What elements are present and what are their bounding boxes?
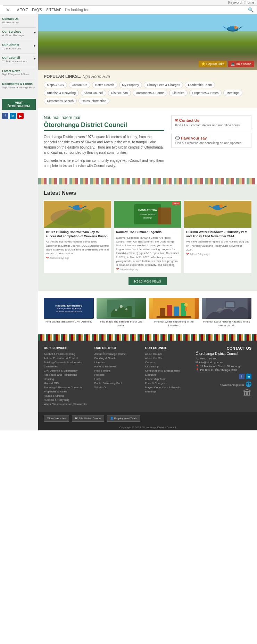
- site-visitor-button[interactable]: 🏛 Site Visitor Centre: [72, 415, 104, 422]
- link-libraries[interactable]: Libraries: [169, 90, 188, 96]
- search-bar: ✕ A TO Z FAQ'S SITEMAP 🔍: [3, 5, 257, 14]
- welcome-subtitle: Nau mai, haere mai: [44, 115, 164, 120]
- footer-link-pool[interactable]: Public Swimming Pool: [94, 382, 141, 385]
- link-properties-rates[interactable]: Properties & Rates: [189, 90, 222, 96]
- footer-link-fees[interactable]: Fees & Charges: [145, 382, 192, 385]
- contact-us-card-text: Find all our contact details and our off…: [175, 124, 248, 127]
- news-card-2-date: 📅 Added 7 days ago: [186, 253, 249, 256]
- link-cemeteries[interactable]: Cemeteries Search: [44, 98, 77, 104]
- footer-link-animal[interactable]: Animal Education & Control: [44, 357, 90, 360]
- footer-link-roads[interactable]: Roads & Streets: [44, 394, 90, 397]
- footer-link-rubbish[interactable]: Rubbish & Recycling: [44, 398, 90, 401]
- nzgovt-link[interactable]: newzealand.govt.nz 🌐: [196, 381, 251, 387]
- have-say-card[interactable]: 💬 Have your say Find out what we are con…: [171, 133, 251, 148]
- footer-link-toilets[interactable]: Public Toilets: [94, 369, 141, 372]
- footer-link-consultation[interactable]: Consultation & Engagement: [145, 369, 192, 372]
- footer-link-parks[interactable]: Parks & Reserves: [94, 365, 141, 368]
- link-district-plan[interactable]: District Plan: [108, 90, 131, 96]
- footer-link-building[interactable]: Building Consents & Information: [44, 361, 90, 364]
- footer-linkedin-icon[interactable]: in: [246, 374, 251, 379]
- link-rates-info[interactable]: Rates Information: [78, 98, 109, 104]
- link-meetings[interactable]: Meetings: [223, 90, 242, 96]
- youtube-icon[interactable]: ▶: [17, 113, 24, 119]
- search-button[interactable]: 🔍: [248, 7, 254, 13]
- link-contact-us[interactable]: Contact Us: [69, 82, 91, 88]
- sitemap-link[interactable]: SITEMAP: [46, 8, 61, 12]
- footer-link-housing[interactable]: Housing: [44, 377, 90, 381]
- do-it-online-button[interactable]: 💻 Do it online: [228, 61, 254, 67]
- footer-link-about-council[interactable]: About Council: [145, 352, 192, 356]
- footer-link-elections[interactable]: Elections: [145, 373, 192, 376]
- other-websites-button[interactable]: Other Websites: [44, 415, 69, 422]
- search-input[interactable]: [65, 8, 248, 12]
- news-card-1-title: Raumati Toa Summer Legends: [116, 230, 179, 234]
- footer-email[interactable]: ✉ info@otodc.govt.nz: [196, 361, 251, 364]
- news-section-title: Latest News: [44, 190, 251, 196]
- link-about-council[interactable]: About Council: [81, 90, 106, 96]
- footer-link-careers[interactable]: Careers: [145, 361, 192, 364]
- footer-link-about-district[interactable]: About Ōtorohanga District: [94, 352, 141, 356]
- footer-link-mayor[interactable]: Mayor, Councillors & Boards: [145, 386, 192, 389]
- sidebar-item-services[interactable]: Our Services Ā Mātou Ratonga ▸: [2, 30, 36, 37]
- feature-gis[interactable]: Find maps and services in our GIS portal…: [97, 298, 147, 327]
- read-more-button[interactable]: Read More News: [128, 277, 166, 285]
- close-icon[interactable]: ✕: [6, 7, 10, 13]
- svg-point-20: [115, 309, 117, 311]
- footer-facebook-icon[interactable]: f: [239, 374, 244, 379]
- hero-bird: [222, 21, 243, 36]
- footer-link-alcohol[interactable]: Alcohol & Food Licensing: [44, 352, 90, 356]
- footer-link-halls[interactable]: Halls: [94, 377, 141, 381]
- sidebar-item-council[interactable]: Our Council Tō Mātou Kaunihera ▸: [2, 56, 36, 63]
- svg-rect-27: [157, 316, 191, 318]
- faq-link[interactable]: FAQ'S: [32, 8, 42, 12]
- footer-link-libraries-d[interactable]: Libraries: [94, 361, 141, 364]
- link-docs-forms[interactable]: Documents & Forms: [133, 90, 167, 96]
- footer-link-projects[interactable]: Projects: [94, 373, 141, 376]
- news-card-1[interactable]: RAUMATI TOA Summer Reading Challenge New…: [114, 200, 181, 273]
- feature-hazards-text: Find out about Natural Hazards in this o…: [202, 320, 252, 327]
- link-maps-gis[interactable]: Maps & GIS: [44, 82, 67, 88]
- linkedin-icon[interactable]: in: [10, 113, 16, 119]
- feature-hazards[interactable]: Find out about Natural Hazards in this o…: [202, 298, 252, 327]
- popular-links-button[interactable]: ⭐ Popular links: [199, 61, 227, 67]
- footer-link-fire[interactable]: Fire Rules and Restrictions: [44, 373, 90, 376]
- footer-link-funding[interactable]: Funding & Grants: [94, 357, 141, 360]
- link-rubbish[interactable]: Rubbish & Recycling: [44, 90, 79, 96]
- sidebar-item-news[interactable]: Latest News Ngā Pāngarau Aūhau: [2, 69, 36, 76]
- news-card-0-date: 📅 Added 3 days ago: [46, 257, 109, 260]
- link-leadership[interactable]: Leadership Team: [185, 82, 215, 88]
- footer-link-about-site[interactable]: About this Site: [145, 357, 192, 360]
- footer-link-whats-on[interactable]: What's On: [94, 386, 141, 389]
- svg-rect-29: [185, 307, 187, 311]
- footer-link-water[interactable]: Water, Wastewater and Stormwater: [44, 403, 90, 406]
- sidebar-docs-title: Documents & Forms: [2, 82, 36, 86]
- footer-link-citizenship[interactable]: Citizenship: [145, 365, 192, 368]
- feature-library[interactable]: Find out whats happening in the Librarie…: [149, 298, 199, 327]
- footer-link-cemeteries[interactable]: Cemeteries: [44, 365, 90, 368]
- footer-link-meetings-c[interactable]: Meetings: [145, 390, 192, 393]
- employment-button[interactable]: 👤 Employment Trials: [107, 415, 140, 422]
- footer-link-civil[interactable]: Civil Defence & Emergency: [44, 369, 90, 372]
- visit-otorohanga-button[interactable]: VISIT ŌTOROHANGA: [2, 99, 36, 110]
- footer-link-properties[interactable]: Properties & Rates: [44, 390, 90, 393]
- page-layout: Contact Us Whakapā mai Our Services Ā Mā…: [0, 14, 257, 430]
- svg-point-4: [237, 27, 237, 27]
- sidebar-item-docs[interactable]: Documents & Forms Ngā Tuhinga me Ngā Puk…: [2, 82, 36, 89]
- footer-col-district: OUR DISTRICT About Ōtorohanga District F…: [94, 346, 141, 407]
- facebook-icon[interactable]: f: [2, 113, 8, 119]
- footer-contact-col: CONTACT US Ōtorohanga District Council 📞…: [196, 346, 251, 407]
- feature-nema[interactable]: National Emergency Management Agency Te …: [44, 298, 94, 327]
- link-rates-search[interactable]: Rates Search: [92, 82, 117, 88]
- sidebar-item-contact[interactable]: Contact Us Whakapā mai: [2, 17, 36, 24]
- chevron-right-icon: ▸: [34, 30, 36, 35]
- link-library-fees[interactable]: Library Fees & Charges: [144, 82, 183, 88]
- contact-us-card[interactable]: ✉ Contact Us Find all our contact detail…: [171, 115, 251, 130]
- news-card-2[interactable]: Huirimu Water Shutdown - Thursday 21st a…: [184, 200, 251, 273]
- sidebar-item-district[interactable]: Our District Tō Mātou Rohe ▸: [2, 43, 36, 50]
- footer-link-leadership[interactable]: Leadership Team: [145, 377, 192, 381]
- footer-link-planning[interactable]: Planning & Resource Consents: [44, 386, 90, 389]
- atoz-link[interactable]: A TO Z: [17, 8, 28, 12]
- footer-link-maps[interactable]: Maps & GIS: [44, 382, 90, 385]
- link-my-property[interactable]: My Property: [119, 82, 142, 88]
- news-card-0[interactable]: ODC's Building Control team key to succe…: [44, 200, 111, 273]
